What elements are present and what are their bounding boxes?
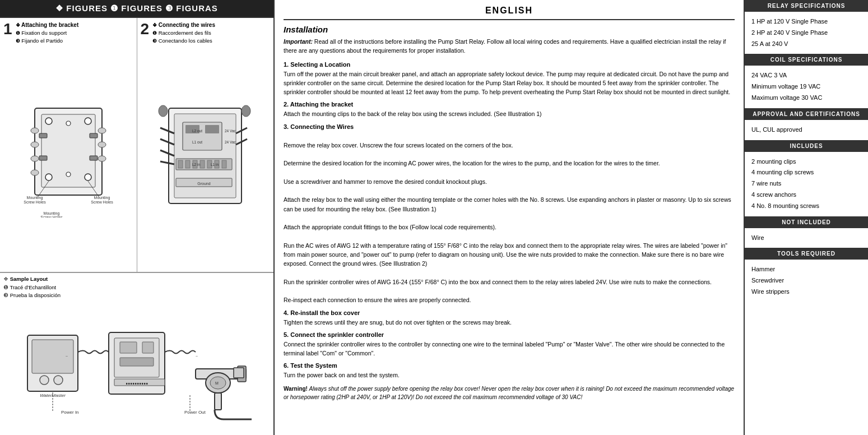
svg-text:Screw Holes: Screw Holes [91,200,113,204]
svg-point-4 [45,174,52,181]
includes-header: INCLUDES [745,140,868,152]
coil-spec-3: Maximum voltage 30 VAC [751,92,861,104]
figure1-title: ❖ Attaching the bracket ❶ Fixation du su… [16,21,79,44]
svg-point-13 [98,142,106,147]
svg-text:L1 out: L1 out [192,140,202,144]
approval-item-1: UL, CUL approved [751,124,861,136]
sample-title-es: Prueba la disposición [10,292,61,298]
important-text: Read all of the instructions before inst… [284,38,726,54]
sample-layout-svg: WaterMaster Power In ∎∎∎∎∎∎∎∎∎∎ Power [16,302,257,431]
not-included-header: NOT INCLUDED [745,216,868,228]
figure1-number: 1 [3,21,12,37]
svg-rect-18 [90,156,98,160]
tools-header: TOOLS REQUIRED [745,248,868,260]
not-included-item-1: Wire [751,233,861,244]
figure2-svg: L2 out L1 out L2 in L1 in 24 Vac 24 Vac … [155,100,256,218]
svg-point-10 [31,156,39,161]
figure2-number: 2 [141,21,150,37]
section1-heading: 1. Selecting a Location [284,61,735,68]
figures-header: ❖ FIGURES ❶ FIGURES ❸ FIGURAS [0,0,273,18]
section2-body: Attach the mounting clips to the back of… [284,109,735,118]
warning-label: Warning! [284,386,308,392]
relay-spec-1: 1 HP at 120 V Single Phase [751,16,861,27]
svg-rect-77 [215,393,221,410]
figure1-title-es: ❸ Fijando el Partido [16,37,79,45]
approval-header: APPROVAL AND CERTIFICATIONS [745,108,868,120]
svg-rect-16 [39,156,47,160]
figure1-title-fr: ❶ Fixation du support [16,29,79,37]
sample-label: ❖ Sample Layout ❶ Tracé d'Echantillont ❸… [3,275,270,299]
svg-rect-65 [120,342,137,353]
svg-text:Screw Holes: Screw Holes [40,215,63,218]
figure1-diagram: Mounting Screw Holes Mounting Screw Hole… [0,45,137,272]
includes-item-2: 4 mounting clip screws [751,167,861,178]
coil-specs-section: COIL SPECIFICATIONS 24 VAC 3 VA Minimum … [745,54,868,108]
figure2-title: ❖ Connecting the wires ❶ Raccordement de… [152,21,215,44]
figure1-label: 1 ❖ Attaching the bracket ❶ Fixation du … [0,18,137,45]
tools-item-2: Screwdriver [751,275,861,286]
figures-content: 1 ❖ Attaching the bracket ❶ Fixation du … [0,18,273,272]
tools-section: TOOLS REQUIRED Hammer Screwdriver Wire s… [745,248,868,302]
tools-item-1: Hammer [751,264,861,275]
figures-header-text: ❖ FIGURES ❶ FIGURES ❸ FIGURAS [55,3,218,13]
sample-title-en: Sample Layout [10,276,48,282]
coil-spec-1: 24 VAC 3 VA [751,70,861,81]
svg-rect-15 [39,133,47,138]
approval-body: UL, CUL approved [745,120,868,140]
svg-text:M: M [215,381,219,385]
svg-point-7 [66,172,71,177]
svg-text:Power In: Power In [61,410,79,415]
svg-point-11 [31,170,39,175]
svg-point-2 [45,118,52,124]
figure2-title-es: ❸ Conectando los cables [152,37,215,45]
svg-point-12 [98,128,106,133]
figure2-title-en: ❖ Connecting the wires [152,21,215,29]
section4-body: Tighten the screws until they are snug, … [284,318,735,327]
figure2-title-fr: ❶ Raccordement des fils [152,29,215,37]
svg-text:Screw Holes: Screw Holes [24,200,46,204]
specs-panel: RELAY SPECIFICATIONS 1 HP at 120 V Singl… [745,0,868,435]
section3-body: Remove the relay box cover. Unscrew the … [284,132,735,305]
important-note: Important: Read all of the instructions … [284,38,735,55]
svg-point-5 [85,174,91,181]
includes-item-3: 7 wire nuts [751,178,861,189]
svg-point-3 [85,118,91,124]
svg-rect-39 [222,160,226,168]
figure2-section: 2 ❖ Connecting the wires ❶ Raccordement … [137,18,274,272]
svg-point-58 [40,376,49,385]
relay-spec-2: 2 HP at 240 V Single Phase [751,27,861,39]
relay-specs-header: RELAY SPECIFICATIONS [745,0,868,12]
svg-rect-67 [120,358,154,366]
svg-point-59 [54,376,63,385]
sample-title-fr: Tracé d'Echantillont [10,284,56,290]
sample-section: ❖ Sample Layout ❶ Tracé d'Echantillont ❸… [0,272,273,435]
svg-rect-34 [185,160,190,168]
svg-rect-17 [90,133,98,138]
svg-point-46 [159,105,168,117]
coil-spec-2: Minimum voltage 19 VAC [751,81,861,92]
svg-text:L2 out: L2 out [192,129,202,133]
svg-text:24 Vac: 24 Vac [225,129,236,133]
not-included-body: Wire [745,228,868,248]
section5-body: Connect the sprinkler controller wires t… [284,340,735,358]
svg-point-9 [31,142,39,147]
svg-text:~: ~ [196,354,198,358]
figure1-svg: Mounting Screw Holes Mounting Screw Hole… [18,100,119,218]
svg-text:L1 in: L1 in [211,163,219,166]
svg-rect-33 [178,160,183,168]
installation-title: Installation [284,25,735,34]
svg-point-14 [98,156,106,161]
section5-heading: 5. Connect the sprinkler controller [284,331,735,338]
svg-rect-66 [142,342,154,353]
tools-body: Hammer Screwdriver Wire strippers [745,260,868,302]
section6-heading: 6. Test the System [284,362,735,369]
section2-heading: 2. Attaching the bracket [284,101,735,108]
relay-specs-body: 1 HP at 120 V Single Phase 2 HP at 240 V… [745,12,868,54]
section1-body: Turn off the power at the main circuit b… [284,70,735,97]
svg-rect-36 [200,160,205,168]
section4-heading: 4. Re-install the box cover [284,309,735,316]
svg-rect-31 [205,125,219,133]
relay-specs-section: RELAY SPECIFICATIONS 1 HP at 120 V Singl… [745,0,868,54]
svg-text:Power Out: Power Out [184,410,206,415]
svg-text:Mounting: Mounting [26,196,43,200]
